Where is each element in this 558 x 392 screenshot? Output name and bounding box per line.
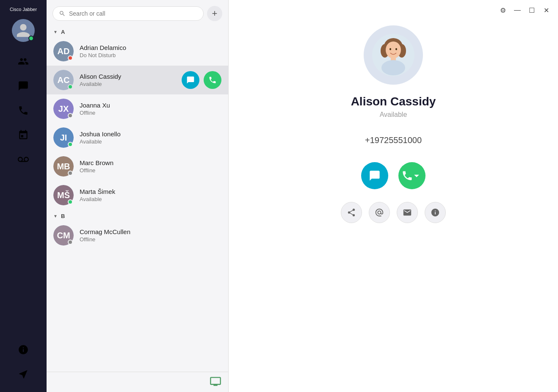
detail-chat-button[interactable] bbox=[361, 162, 388, 189]
svg-point-5 bbox=[389, 48, 391, 50]
share-icon bbox=[347, 208, 356, 217]
detail-at-button[interactable] bbox=[369, 202, 390, 223]
svg-point-4 bbox=[386, 41, 401, 58]
contact-status-text-joshua: Available bbox=[80, 138, 221, 145]
contact-avatar-wrap-joshua: JI bbox=[53, 127, 74, 148]
contact-name-cormag: Cormag McCullen bbox=[80, 228, 221, 235]
contacts-panel: + ▼ A AD Adrian Delamico Do Not Disturb bbox=[47, 0, 229, 392]
svg-point-6 bbox=[395, 48, 397, 50]
detail-call-button[interactable] bbox=[398, 162, 425, 189]
contact-info-marc: Marc Brown Offline bbox=[80, 159, 221, 174]
nav-item-calls[interactable] bbox=[11, 99, 36, 121]
detail-info-button[interactable] bbox=[425, 202, 446, 223]
contact-avatar-wrap-alison: AC bbox=[53, 70, 74, 90]
contact-row-marc[interactable]: MB Marc Brown Offline bbox=[47, 152, 228, 181]
contact-row-joanna[interactable]: JX Joanna Xu Offline bbox=[47, 94, 228, 123]
contact-row-marta[interactable]: MŠ Marta Šimek Available bbox=[47, 181, 228, 210]
detail-avatar bbox=[364, 25, 423, 85]
contacts-icon bbox=[18, 56, 29, 67]
nav-item-calendar[interactable] bbox=[11, 124, 36, 146]
contact-status-dot-marta bbox=[68, 199, 73, 204]
detail-secondary-actions bbox=[341, 202, 446, 223]
search-icon bbox=[59, 10, 66, 17]
contact-status-dot-joanna bbox=[68, 113, 73, 118]
contact-name-alison: Alison Cassidy bbox=[80, 73, 182, 80]
contact-name-marta: Marta Šimek bbox=[80, 188, 221, 195]
window-chrome: ⚙ — ☐ ✕ bbox=[491, 0, 558, 20]
chat-btn-icon bbox=[186, 76, 195, 84]
call-button-alison[interactable] bbox=[204, 71, 221, 89]
contact-avatar-wrap-cormag: CM bbox=[53, 225, 74, 246]
contact-row-alison[interactable]: AC Alison Cassidy Available bbox=[47, 66, 228, 94]
contact-status-dot-alison bbox=[68, 84, 73, 89]
contact-status-text-cormag: Offline bbox=[80, 236, 221, 243]
contact-avatar-wrap-marta: MŠ bbox=[53, 185, 74, 205]
contact-info-joshua: Joshua Ionello Available bbox=[80, 130, 221, 145]
contact-name-joanna: Joanna Xu bbox=[80, 102, 221, 109]
settings-button[interactable]: ⚙ bbox=[496, 3, 510, 17]
detail-status: Available bbox=[380, 111, 407, 119]
nav-item-contacts[interactable] bbox=[11, 50, 36, 72]
detail-email-button[interactable] bbox=[397, 202, 418, 223]
svg-point-8 bbox=[381, 60, 405, 75]
screen-share-button[interactable] bbox=[210, 375, 221, 389]
maximize-button[interactable]: ☐ bbox=[525, 3, 539, 17]
chat-icon bbox=[18, 80, 29, 91]
group-header-a: ▼ A bbox=[47, 25, 228, 37]
contact-row-joshua[interactable]: JI Joshua Ionello Available bbox=[47, 123, 228, 152]
search-input-wrap[interactable] bbox=[52, 6, 204, 21]
close-button[interactable]: ✕ bbox=[539, 3, 553, 17]
detail-avatar-svg bbox=[372, 34, 414, 76]
contact-status-dot-adrian bbox=[68, 55, 73, 61]
group-label-b: B bbox=[61, 213, 65, 219]
nav-item-voicemail[interactable] bbox=[11, 149, 36, 171]
voicemail-icon bbox=[18, 154, 29, 165]
at-icon bbox=[375, 208, 384, 217]
email-icon bbox=[403, 208, 412, 217]
contact-row-adrian[interactable]: AD Adrian Delamico Do Not Disturb bbox=[47, 37, 228, 66]
contact-info-adrian: Adrian Delamico Do Not Disturb bbox=[80, 44, 221, 58]
app-title: Cisco Jabber bbox=[10, 7, 37, 12]
chevron-b-icon: ▼ bbox=[53, 214, 58, 218]
minimize-button[interactable]: — bbox=[511, 3, 524, 17]
detail-call-dropdown-icon bbox=[411, 170, 423, 182]
nav-item-info[interactable] bbox=[11, 339, 36, 361]
detail-panel: Alison Cassidy Available +19725551000 bbox=[229, 0, 558, 392]
broadcast-icon bbox=[18, 369, 29, 380]
contact-status-dot-cormag bbox=[68, 240, 73, 245]
contact-avatar-wrap-marc: MB bbox=[53, 156, 74, 177]
contact-info-joanna: Joanna Xu Offline bbox=[80, 102, 221, 116]
add-contact-button[interactable]: + bbox=[207, 6, 222, 21]
contact-status-text-adrian: Do Not Disturb bbox=[80, 52, 221, 58]
contact-name-marc: Marc Brown bbox=[80, 159, 221, 166]
detail-share-button[interactable] bbox=[341, 202, 362, 223]
contact-info-cormag: Cormag McCullen Offline bbox=[80, 228, 221, 243]
chevron-a-icon: ▼ bbox=[53, 30, 58, 34]
nav-item-broadcast[interactable] bbox=[11, 363, 36, 385]
chat-button-alison[interactable] bbox=[182, 71, 199, 89]
calendar-icon bbox=[18, 130, 29, 141]
contact-info-alison: Alison Cassidy Available bbox=[80, 73, 182, 87]
search-input[interactable] bbox=[69, 10, 197, 17]
contact-status-dot-marc bbox=[68, 171, 73, 176]
info-detail-icon bbox=[431, 208, 440, 217]
contacts-list: ▼ A AD Adrian Delamico Do Not Disturb AC bbox=[47, 25, 228, 372]
contact-info-marta: Marta Šimek Available bbox=[80, 188, 221, 202]
group-label-a: A bbox=[61, 29, 65, 35]
detail-phone[interactable]: +19725551000 bbox=[365, 135, 422, 145]
search-bar: + bbox=[47, 0, 228, 25]
detail-name: Alison Cassidy bbox=[351, 95, 436, 108]
nav-item-chat[interactable] bbox=[11, 75, 36, 97]
contact-row-cormag[interactable]: CM Cormag McCullen Offline bbox=[47, 221, 228, 250]
contact-name-joshua: Joshua Ionello bbox=[80, 130, 221, 138]
call-btn-icon bbox=[208, 76, 217, 84]
contact-status-text-marc: Offline bbox=[80, 167, 221, 174]
info-icon bbox=[18, 344, 29, 355]
contact-status-dot-joshua bbox=[68, 142, 73, 147]
user-status-dot bbox=[28, 36, 34, 41]
contact-status-text-marta: Available bbox=[80, 196, 221, 202]
phone-icon bbox=[18, 105, 29, 116]
monitor-icon bbox=[210, 375, 221, 387]
group-header-b: ▼ B bbox=[47, 210, 228, 221]
user-avatar-wrap[interactable] bbox=[12, 19, 35, 42]
